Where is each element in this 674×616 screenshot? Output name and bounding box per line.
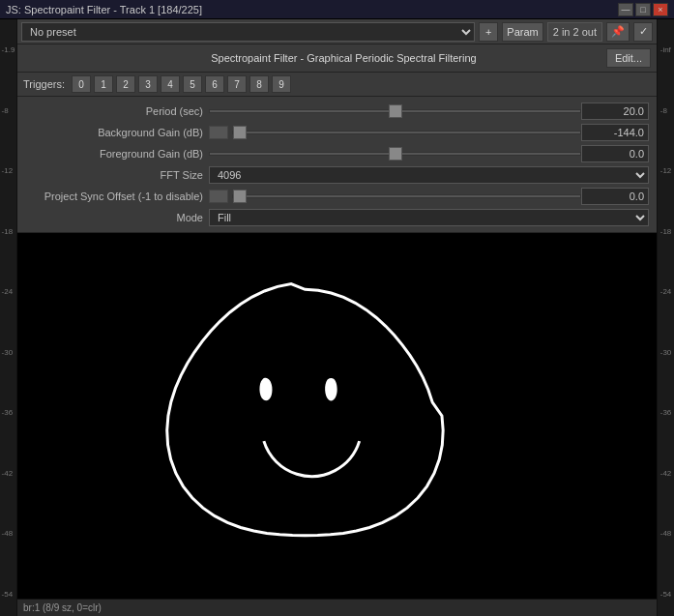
trigger-8[interactable]: 8 [249,75,269,93]
add-preset-button[interactable]: + [479,22,498,42]
param-button[interactable]: Param [502,22,542,42]
plugin-area: Spectropaint Filter - Graphical Periodic… [17,44,657,616]
period-slider[interactable] [209,109,581,113]
period-control [209,109,581,113]
preset-select[interactable]: No preset [21,22,475,42]
fft-control: 512 1024 2048 4096 8192 [209,166,649,184]
mode-select[interactable]: Fill Blend Replace [209,209,649,226]
power-button[interactable]: ✓ [633,22,653,42]
trigger-3[interactable]: 3 [138,75,158,93]
left-vu-meter: -1.9 -8 -12 -18 -24 -30 -36 -42 -48 -54 [0,19,17,616]
center-panel: No preset + Param 2 in 2 out 📌 ✓ Spectro… [17,19,657,616]
fft-select[interactable]: 512 1024 2048 4096 8192 [209,166,649,184]
period-label: Period (sec) [25,105,209,117]
trigger-1[interactable]: 1 [94,75,113,93]
trigger-0[interactable]: 0 [72,75,91,93]
params-area: Period (sec) Background Gain (dB) [17,97,657,233]
minimize-button[interactable]: — [618,3,633,16]
spectral-canvas[interactable] [17,233,657,599]
io-badge: 2 in 2 out [547,22,602,42]
maximize-button[interactable]: □ [635,3,651,16]
right-vu-meter: -inf -8 -12 -18 -24 -30 -36 -42 -48 -54 [657,19,674,616]
bg-gain-toggle[interactable] [209,126,228,139]
trigger-4[interactable]: 4 [161,75,180,93]
mode-row: Mode Fill Blend Replace [17,207,657,228]
period-row: Period (sec) [17,101,657,122]
title-bar: JS: Spectropaint Filter - Track 1 [184/2… [0,0,674,19]
close-button[interactable]: × [653,3,668,16]
fft-label: FFT Size [25,169,209,181]
bg-gain-slider[interactable] [232,131,581,134]
plugin-title: Spectropaint Filter - Graphical Periodic… [81,52,606,64]
fg-gain-row: Foreground Gain (dB) [17,143,657,164]
right-scale: -inf -8 -12 -18 -24 -30 -36 -42 -48 -54 [660,23,672,616]
toolbar: No preset + Param 2 in 2 out 📌 ✓ [17,19,657,44]
trigger-2[interactable]: 2 [116,75,135,93]
trigger-6[interactable]: 6 [205,75,224,93]
fg-gain-value[interactable] [581,145,649,162]
trigger-7[interactable]: 7 [227,75,247,93]
triggers-row: Triggers: 0 1 2 3 4 5 6 7 8 9 [17,73,657,97]
sync-offset-slider[interactable] [232,194,581,198]
triggers-label: Triggers: [23,78,65,90]
sync-offset-row: Project Sync Offset (-1 to disable) [17,186,657,207]
bg-gain-control [209,126,581,139]
sync-offset-value[interactable] [581,188,649,205]
status-bar: br:1 (8/9 sz, 0=clr) [17,599,657,616]
mode-control: Fill Blend Replace [209,209,649,226]
bg-gain-value[interactable] [581,124,649,141]
period-value[interactable] [581,103,649,120]
main-wrapper: -1.9 -8 -12 -18 -24 -30 -36 -42 -48 -54 … [0,19,674,616]
visualization-area [17,233,657,599]
window-controls: — □ × [618,3,668,16]
sync-offset-toggle[interactable] [209,190,228,203]
trigger-5[interactable]: 5 [183,75,202,93]
trigger-9[interactable]: 9 [272,75,291,93]
bg-gain-row: Background Gain (dB) [17,122,657,143]
bg-gain-label: Background Gain (dB) [25,127,209,138]
left-scale: -1.9 -8 -12 -18 -24 -30 -36 -42 -48 -54 [2,23,15,616]
pin-button[interactable]: 📌 [606,22,630,42]
fg-gain-slider[interactable] [209,152,581,156]
sync-offset-control [209,190,581,203]
window-title: JS: Spectropaint Filter - Track 1 [184/2… [6,4,202,15]
mode-label: Mode [25,212,209,223]
edit-button[interactable]: Edit... [606,48,651,68]
sync-offset-label: Project Sync Offset (-1 to disable) [25,191,209,202]
fg-gain-control [209,152,581,156]
fft-row: FFT Size 512 1024 2048 4096 8192 [17,164,657,186]
plugin-header: Spectropaint Filter - Graphical Periodic… [17,44,657,73]
status-text: br:1 (8/9 sz, 0=clr) [23,602,102,613]
fg-gain-label: Foreground Gain (dB) [25,148,209,160]
